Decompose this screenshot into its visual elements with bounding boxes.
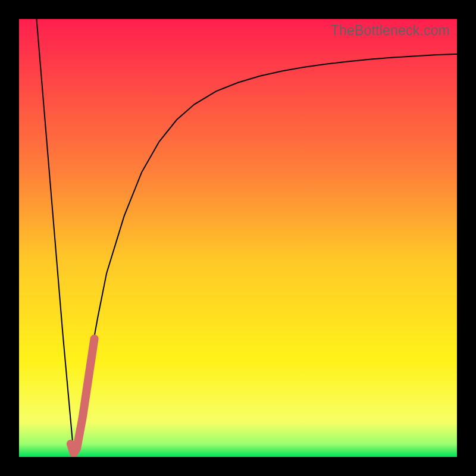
watermark-text: TheBottleneck.com bbox=[331, 23, 450, 39]
chart-frame: TheBottleneck.com bbox=[0, 0, 476, 476]
series-highlight-segment bbox=[71, 339, 95, 453]
series-bottleneck-curve bbox=[36, 19, 457, 455]
chart-svg bbox=[19, 19, 457, 457]
plot-area: TheBottleneck.com bbox=[19, 19, 457, 457]
